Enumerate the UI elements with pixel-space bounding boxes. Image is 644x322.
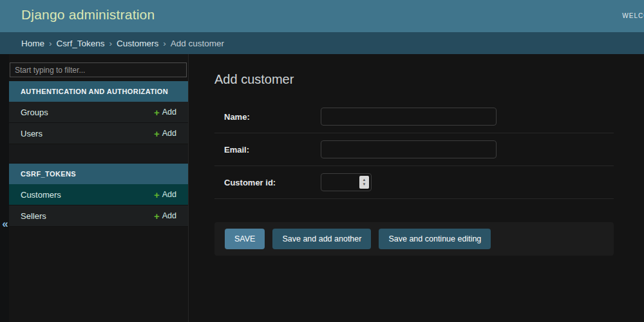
- save-button[interactable]: SAVE: [225, 229, 265, 249]
- add-customer-form: Name: Email: Customer id: ▲ ▼: [214, 100, 614, 199]
- add-link-label: Add: [162, 129, 176, 138]
- breadcrumb: Home › Csrf_Tokens › Customers › Add cus…: [0, 32, 644, 54]
- save-and-continue-editing-button[interactable]: Save and continue editing: [379, 229, 491, 249]
- email-field[interactable]: [321, 140, 497, 158]
- add-plus-icon: +: [154, 211, 160, 221]
- add-plus-icon: +: [154, 190, 160, 200]
- email-label: Email:: [214, 145, 321, 155]
- form-row-email: Email:: [214, 133, 614, 166]
- customer-id-label: Customer id:: [214, 178, 321, 187]
- users-link[interactable]: Users: [21, 129, 43, 138]
- sidebar-item-groups[interactable]: Groups + Add: [9, 102, 188, 123]
- sidebar-item-customers[interactable]: Customers + Add: [9, 184, 188, 205]
- spinner-up-icon[interactable]: ▲: [363, 178, 366, 182]
- form-row-customer-id: Customer id: ▲ ▼: [214, 166, 614, 199]
- app-header: Django administration WELCO: [0, 0, 644, 32]
- breadcrumb-customers-link[interactable]: Customers: [117, 39, 158, 48]
- sellers-add-link[interactable]: + Add: [154, 211, 176, 221]
- breadcrumb-home-link[interactable]: Home: [21, 39, 44, 48]
- section-header-auth: AUTHENTICATION AND AUTHORIZATION: [9, 81, 188, 102]
- name-label: Name:: [214, 112, 321, 122]
- customer-id-stepper: ▲ ▼: [321, 173, 372, 191]
- save-and-add-another-button[interactable]: Save and add another: [272, 229, 371, 249]
- add-link-label: Add: [162, 190, 176, 199]
- sidebar-left-strip: [0, 54, 9, 322]
- sidebar-item-users[interactable]: Users + Add: [9, 123, 188, 144]
- name-field[interactable]: [321, 108, 497, 126]
- number-spinner[interactable]: ▲ ▼: [359, 176, 369, 189]
- spinner-down-icon[interactable]: ▼: [363, 182, 366, 187]
- form-row-name: Name:: [214, 100, 614, 133]
- add-link-label: Add: [162, 108, 176, 117]
- breadcrumb-current: Add customer: [171, 39, 224, 48]
- customers-link[interactable]: Customers: [21, 190, 61, 200]
- groups-add-link[interactable]: + Add: [154, 108, 176, 117]
- breadcrumb-separator: ›: [163, 39, 166, 48]
- breadcrumb-separator: ›: [49, 39, 52, 48]
- django-admin-page: Django administration WELCO Home › Csrf_…: [0, 0, 644, 322]
- breadcrumb-separator: ›: [109, 39, 113, 48]
- breadcrumb-csrf-tokens-link[interactable]: Csrf_Tokens: [57, 39, 105, 48]
- sidebar-collapse-toggle[interactable]: «: [1, 218, 10, 231]
- sidebar-filter-input[interactable]: [10, 62, 187, 77]
- customers-add-link[interactable]: + Add: [154, 190, 176, 200]
- main-content: Add customer Name: Email: Customer id: ▲…: [189, 54, 644, 322]
- submit-row: SAVE Save and add another Save and conti…: [214, 222, 614, 256]
- page-title: Add customer: [214, 72, 294, 87]
- users-add-link[interactable]: + Add: [154, 129, 176, 138]
- sellers-link[interactable]: Sellers: [21, 211, 46, 221]
- add-plus-icon: +: [154, 129, 160, 138]
- groups-link[interactable]: Groups: [21, 108, 48, 117]
- sidebar-item-sellers[interactable]: Sellers + Add: [9, 205, 188, 227]
- add-plus-icon: +: [154, 108, 160, 117]
- section-header-csrf-tokens: CSRF_TOKENS: [9, 164, 188, 184]
- user-tools-text: WELCO: [622, 12, 644, 19]
- add-link-label: Add: [162, 211, 176, 220]
- nav-sidebar: AUTHENTICATION AND AUTHORIZATION Groups …: [9, 54, 189, 322]
- section-spacer: [9, 144, 188, 164]
- site-title-link[interactable]: Django administration: [21, 7, 155, 23]
